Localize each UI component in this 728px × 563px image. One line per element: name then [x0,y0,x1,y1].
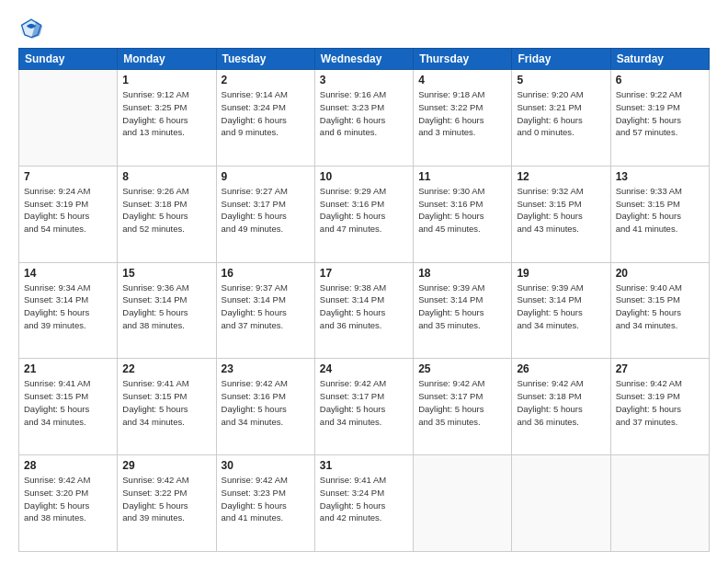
day-info: Sunrise: 9:42 AM Sunset: 3:17 PM Dayligh… [418,377,506,428]
day-info: Sunrise: 9:24 AM Sunset: 3:19 PM Dayligh… [24,185,112,236]
calendar-cell: 13Sunrise: 9:33 AM Sunset: 3:15 PM Dayli… [610,166,709,262]
calendar-week-row: 21Sunrise: 9:41 AM Sunset: 3:15 PM Dayli… [19,359,710,455]
day-number: 14 [24,267,112,280]
day-number: 24 [320,362,408,375]
calendar-cell: 31Sunrise: 9:41 AM Sunset: 3:24 PM Dayli… [314,455,413,552]
weekday-header-friday: Friday [512,49,610,70]
calendar-week-row: 1Sunrise: 9:12 AM Sunset: 3:25 PM Daylig… [19,70,710,167]
day-number: 17 [320,267,408,280]
day-number: 9 [222,170,310,183]
calendar-cell: 8Sunrise: 9:26 AM Sunset: 3:18 PM Daylig… [118,166,216,262]
calendar-cell [610,455,709,552]
day-info: Sunrise: 9:39 AM Sunset: 3:14 PM Dayligh… [517,282,605,332]
logo [18,15,48,40]
day-info: Sunrise: 9:32 AM Sunset: 3:15 PM Dayligh… [517,185,605,236]
calendar-cell: 27Sunrise: 9:42 AM Sunset: 3:19 PM Dayli… [610,359,709,455]
day-info: Sunrise: 9:42 AM Sunset: 3:16 PM Dayligh… [222,377,310,428]
day-number: 13 [616,170,704,183]
calendar-table: SundayMondayTuesdayWednesdayThursdayFrid… [18,48,710,552]
day-info: Sunrise: 9:33 AM Sunset: 3:15 PM Dayligh… [616,185,704,236]
day-number: 27 [616,362,704,375]
day-info: Sunrise: 9:29 AM Sunset: 3:16 PM Dayligh… [320,185,408,236]
calendar-cell: 15Sunrise: 9:36 AM Sunset: 3:14 PM Dayli… [118,262,216,359]
calendar-cell [512,455,610,552]
calendar-cell: 11Sunrise: 9:30 AM Sunset: 3:16 PM Dayli… [414,166,512,262]
weekday-header-saturday: Saturday [610,49,709,70]
calendar-cell: 22Sunrise: 9:41 AM Sunset: 3:15 PM Dayli… [118,359,216,455]
calendar-cell: 6Sunrise: 9:22 AM Sunset: 3:19 PM Daylig… [610,70,709,167]
calendar-cell: 12Sunrise: 9:32 AM Sunset: 3:15 PM Dayli… [512,166,610,262]
day-info: Sunrise: 9:37 AM Sunset: 3:14 PM Dayligh… [222,282,310,332]
day-number: 31 [320,459,408,472]
day-info: Sunrise: 9:34 AM Sunset: 3:14 PM Dayligh… [24,282,112,332]
day-number: 22 [122,362,210,375]
calendar-cell: 14Sunrise: 9:34 AM Sunset: 3:14 PM Dayli… [19,262,118,359]
calendar-cell: 30Sunrise: 9:42 AM Sunset: 3:23 PM Dayli… [216,455,314,552]
day-info: Sunrise: 9:14 AM Sunset: 3:24 PM Dayligh… [222,88,310,139]
calendar-week-row: 28Sunrise: 9:42 AM Sunset: 3:20 PM Dayli… [19,455,710,552]
calendar-cell: 16Sunrise: 9:37 AM Sunset: 3:14 PM Dayli… [216,262,314,359]
day-number: 12 [517,170,605,183]
calendar-cell: 2Sunrise: 9:14 AM Sunset: 3:24 PM Daylig… [216,70,314,167]
calendar-cell: 5Sunrise: 9:20 AM Sunset: 3:21 PM Daylig… [512,70,610,167]
day-number: 21 [24,362,112,375]
calendar-cell: 18Sunrise: 9:39 AM Sunset: 3:14 PM Dayli… [414,262,512,359]
calendar-cell: 4Sunrise: 9:18 AM Sunset: 3:22 PM Daylig… [414,70,512,167]
day-number: 29 [122,459,210,472]
page: SundayMondayTuesdayWednesdayThursdayFrid… [0,0,728,563]
day-info: Sunrise: 9:41 AM Sunset: 3:24 PM Dayligh… [320,474,408,524]
calendar-cell: 24Sunrise: 9:42 AM Sunset: 3:17 PM Dayli… [314,359,413,455]
day-info: Sunrise: 9:41 AM Sunset: 3:15 PM Dayligh… [122,377,210,428]
day-number: 3 [320,74,408,86]
day-number: 26 [517,362,605,375]
day-number: 16 [222,267,310,280]
weekday-header-row: SundayMondayTuesdayWednesdayThursdayFrid… [19,49,710,70]
day-number: 11 [418,170,506,183]
day-number: 5 [517,74,605,86]
day-number: 30 [222,459,310,472]
day-info: Sunrise: 9:20 AM Sunset: 3:21 PM Dayligh… [517,88,605,139]
day-number: 23 [222,362,310,375]
calendar-week-row: 7Sunrise: 9:24 AM Sunset: 3:19 PM Daylig… [19,166,710,262]
day-info: Sunrise: 9:42 AM Sunset: 3:17 PM Dayligh… [320,377,408,428]
day-info: Sunrise: 9:42 AM Sunset: 3:23 PM Dayligh… [222,474,310,524]
calendar-cell: 10Sunrise: 9:29 AM Sunset: 3:16 PM Dayli… [314,166,413,262]
day-info: Sunrise: 9:27 AM Sunset: 3:17 PM Dayligh… [222,185,310,236]
calendar-cell: 9Sunrise: 9:27 AM Sunset: 3:17 PM Daylig… [216,166,314,262]
day-number: 10 [320,170,408,183]
day-number: 1 [122,74,210,86]
day-number: 6 [616,74,704,86]
calendar-cell: 23Sunrise: 9:42 AM Sunset: 3:16 PM Dayli… [216,359,314,455]
calendar-cell: 26Sunrise: 9:42 AM Sunset: 3:18 PM Dayli… [512,359,610,455]
calendar-cell: 28Sunrise: 9:42 AM Sunset: 3:20 PM Dayli… [19,455,118,552]
weekday-header-sunday: Sunday [19,49,118,70]
day-info: Sunrise: 9:42 AM Sunset: 3:22 PM Dayligh… [122,474,210,524]
calendar-cell: 7Sunrise: 9:24 AM Sunset: 3:19 PM Daylig… [19,166,118,262]
day-info: Sunrise: 9:30 AM Sunset: 3:16 PM Dayligh… [418,185,506,236]
day-number: 28 [24,459,112,472]
day-number: 4 [418,74,506,86]
weekday-header-monday: Monday [118,49,216,70]
day-number: 25 [418,362,506,375]
header [18,15,710,40]
calendar-cell [19,70,118,167]
day-info: Sunrise: 9:22 AM Sunset: 3:19 PM Dayligh… [616,88,704,139]
day-info: Sunrise: 9:42 AM Sunset: 3:19 PM Dayligh… [616,377,704,428]
day-number: 19 [517,267,605,280]
weekday-header-thursday: Thursday [414,49,512,70]
weekday-header-wednesday: Wednesday [314,49,413,70]
day-number: 20 [616,267,704,280]
day-info: Sunrise: 9:26 AM Sunset: 3:18 PM Dayligh… [122,185,210,236]
calendar-cell: 1Sunrise: 9:12 AM Sunset: 3:25 PM Daylig… [118,70,216,167]
day-info: Sunrise: 9:41 AM Sunset: 3:15 PM Dayligh… [24,377,112,428]
calendar-cell: 29Sunrise: 9:42 AM Sunset: 3:22 PM Dayli… [118,455,216,552]
day-number: 8 [122,170,210,183]
day-number: 2 [222,74,310,86]
weekday-header-tuesday: Tuesday [216,49,314,70]
day-number: 18 [418,267,506,280]
calendar-week-row: 14Sunrise: 9:34 AM Sunset: 3:14 PM Dayli… [19,262,710,359]
day-info: Sunrise: 9:18 AM Sunset: 3:22 PM Dayligh… [418,88,506,139]
calendar-cell: 21Sunrise: 9:41 AM Sunset: 3:15 PM Dayli… [19,359,118,455]
calendar-cell: 25Sunrise: 9:42 AM Sunset: 3:17 PM Dayli… [414,359,512,455]
day-info: Sunrise: 9:40 AM Sunset: 3:15 PM Dayligh… [616,282,704,332]
